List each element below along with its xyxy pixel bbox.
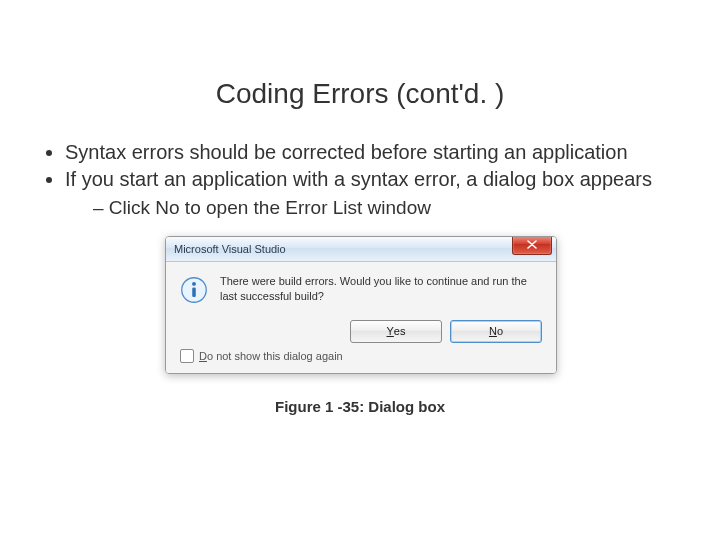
dont-show-post: o not show this dialog again (207, 350, 343, 362)
yes-button-ul: Y (387, 325, 394, 337)
dialog-box: Microsoft Visual Studio (165, 236, 557, 374)
dont-show-ul: D (199, 350, 207, 362)
info-icon (180, 276, 208, 304)
dont-show-checkbox[interactable] (180, 349, 194, 363)
dialog-message: There were build errors. Would you like … (220, 274, 542, 304)
dialog-body: There were build errors. Would you like … (166, 262, 556, 373)
no-button[interactable]: No (450, 320, 542, 343)
dialog-caption: Microsoft Visual Studio (174, 243, 286, 255)
svg-point-1 (192, 282, 196, 286)
page-title: Coding Errors (cont'd. ) (0, 78, 720, 110)
figure-caption: Figure 1 -35: Dialog box (0, 398, 720, 415)
slide: Coding Errors (cont'd. ) Syntax errors s… (0, 78, 720, 540)
close-icon (527, 240, 537, 249)
svg-rect-2 (192, 287, 196, 297)
no-button-ul: N (489, 325, 497, 337)
bullet-list: Syntax errors should be corrected before… (0, 140, 720, 220)
sub-bullet-item: Click No to open the Error List window (93, 196, 670, 220)
dialog-titlebar: Microsoft Visual Studio (166, 237, 556, 262)
yes-button-post: es (394, 325, 406, 337)
sub-bullet-list: Click No to open the Error List window (65, 196, 670, 220)
dialog-button-row: Yes No (180, 320, 542, 343)
dont-show-label: Do not show this dialog again (199, 350, 343, 362)
close-button[interactable] (512, 236, 552, 255)
yes-button[interactable]: Yes (350, 320, 442, 343)
no-button-post: o (497, 325, 503, 337)
bullet-item: Syntax errors should be corrected before… (65, 140, 670, 165)
dialog-figure: Microsoft Visual Studio (165, 236, 555, 374)
dialog-message-row: There were build errors. Would you like … (180, 274, 542, 304)
bullet-item: If you start an application with a synta… (65, 167, 670, 192)
dont-show-row: Do not show this dialog again (180, 349, 542, 363)
